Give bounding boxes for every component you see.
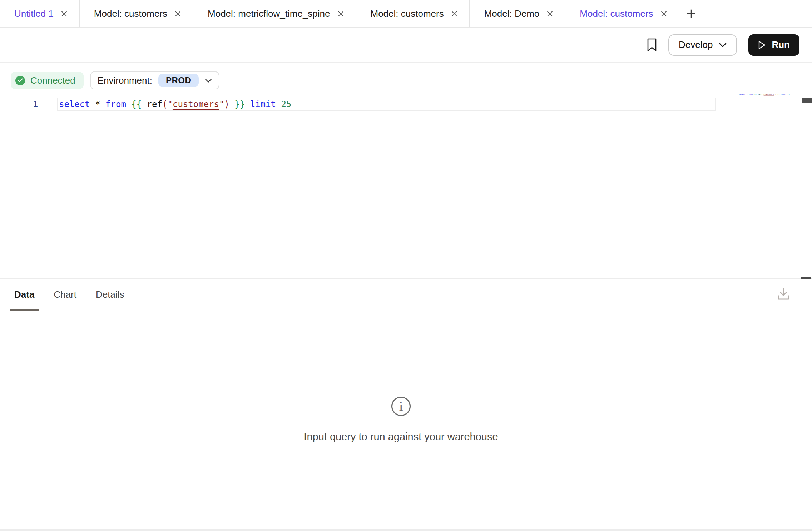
close-icon[interactable] <box>60 10 68 18</box>
empty-state-message: Input query to run against your warehous… <box>0 431 802 443</box>
code-token: ( <box>162 99 167 109</box>
chevron-down-icon <box>205 78 212 83</box>
connection-status-label: Connected <box>30 75 75 86</box>
results-empty-state: i Input query to run against your wareho… <box>0 396 802 443</box>
code-token: from <box>749 93 753 95</box>
close-icon[interactable] <box>660 10 668 18</box>
results-tab-chart[interactable]: Chart <box>54 289 76 300</box>
active-tab-indicator <box>10 309 39 311</box>
code-token: * <box>95 99 100 109</box>
code-token: limit <box>250 99 276 109</box>
code-token: " <box>219 99 224 109</box>
code-token: from <box>105 99 126 109</box>
connection-status-badge: Connected <box>11 72 84 89</box>
line-number: 1 <box>33 98 38 111</box>
code-token: ref <box>758 93 762 95</box>
editor-tab[interactable]: Model: customers <box>565 0 679 27</box>
run-button[interactable]: Run <box>748 34 799 56</box>
download-icon <box>776 287 791 302</box>
toolbar: Develop Run <box>0 28 812 63</box>
code-token <box>100 99 105 109</box>
code-token <box>276 99 281 109</box>
develop-button[interactable]: Develop <box>668 34 737 56</box>
minimap-line: select * from {{ ref("customers") }} lim… <box>738 93 790 95</box>
results-tab-list: DataChartDetails <box>14 279 124 311</box>
current-line-highlight: select * from {{ ref("customers") }} lim… <box>57 98 716 111</box>
editor-tab[interactable]: Model: metricflow_time_spine <box>193 0 356 27</box>
code-token: customers <box>173 99 219 109</box>
editor-tab[interactable]: Untitled 1 <box>0 0 80 27</box>
check-circle-icon <box>15 76 25 85</box>
tab-label: Model: Demo <box>484 8 540 19</box>
environment-label: Environment: <box>98 75 152 86</box>
code-token: customers <box>764 93 774 95</box>
editor-tab[interactable]: Model: customers <box>356 0 470 27</box>
bottom-divider <box>0 529 812 531</box>
code-token: select <box>739 93 746 95</box>
chevron-down-icon <box>719 43 727 48</box>
editor-tab[interactable]: Model: customers <box>80 0 193 27</box>
plus-icon <box>686 8 697 19</box>
code-token <box>245 99 250 109</box>
editor-minimap[interactable]: select * from {{ ref("customers") }} lim… <box>738 93 790 95</box>
tab-bar: Untitled 1 Model: customers Model: metri… <box>0 0 812 28</box>
code-token: " <box>167 99 172 109</box>
scrollbar-thumb[interactable] <box>802 98 812 103</box>
svg-text:i: i <box>399 399 403 414</box>
tab-label: Model: customers <box>580 8 653 19</box>
code-token: limit <box>781 93 786 95</box>
code-line[interactable]: select * from {{ ref("customers") }} lim… <box>58 99 291 109</box>
code-token <box>229 99 234 109</box>
play-icon <box>758 40 766 50</box>
code-token: }} <box>234 99 245 109</box>
status-row: Connected Environment: PROD <box>11 71 219 90</box>
close-icon[interactable] <box>546 10 554 18</box>
results-tab-bar: DataChartDetails <box>0 279 812 311</box>
editor-tab[interactable]: Model: Demo <box>470 0 566 27</box>
results-tab-details[interactable]: Details <box>96 289 124 300</box>
code-token <box>126 99 131 109</box>
run-button-label: Run <box>772 39 790 50</box>
environment-selector[interactable]: Environment: PROD <box>90 71 220 90</box>
close-icon[interactable] <box>337 10 345 18</box>
code-token <box>90 99 95 109</box>
code-editor[interactable]: 1 select * from {{ ref("customers") }} l… <box>0 89 802 278</box>
code-token: ) <box>224 99 229 109</box>
download-button[interactable] <box>776 287 791 302</box>
scrollbar-track <box>802 98 802 529</box>
code-token: 25 <box>281 99 291 109</box>
tab-list: Untitled 1 Model: customers Model: metri… <box>0 0 679 27</box>
tab-label: Model: metricflow_time_spine <box>208 8 330 19</box>
code-token: ref <box>147 99 162 109</box>
develop-button-label: Develop <box>679 39 713 50</box>
info-icon: i <box>391 396 411 417</box>
environment-value-pill: PROD <box>158 74 199 87</box>
tab-label: Untitled 1 <box>14 8 54 19</box>
close-icon[interactable] <box>450 10 459 18</box>
code-token: 25 <box>787 93 789 95</box>
code-token <box>142 99 147 109</box>
code-token: {{ <box>131 99 142 109</box>
close-icon[interactable] <box>174 10 182 18</box>
results-tab-data[interactable]: Data <box>14 289 34 300</box>
tab-label: Model: customers <box>371 8 444 19</box>
code-token: select <box>59 99 90 109</box>
tab-label: Model: customers <box>94 8 167 19</box>
new-tab-button[interactable] <box>679 0 718 27</box>
bookmark-icon[interactable] <box>647 38 657 52</box>
ide-window: Untitled 1 Model: customers Model: metri… <box>0 0 812 531</box>
